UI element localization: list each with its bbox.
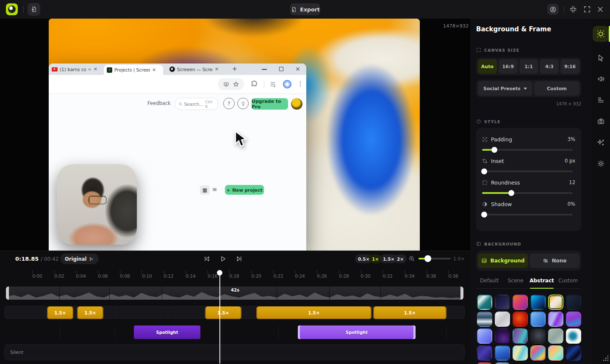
shadow-slider[interactable]	[482, 214, 573, 215]
speed-segment[interactable]: 1.5×	[373, 306, 446, 319]
slider-thumb[interactable]	[491, 147, 497, 153]
playhead[interactable]	[217, 270, 223, 364]
slider-thumb[interactable]	[424, 255, 431, 262]
export-button[interactable]: Export	[290, 3, 320, 15]
inset-slider[interactable]	[482, 171, 573, 172]
speed-segment[interactable]: 1.5×	[77, 306, 103, 319]
timeline-zoom-slider[interactable]	[419, 258, 451, 259]
window-maximize-icon	[279, 67, 283, 71]
background-on-button[interactable]: Background	[478, 254, 528, 268]
fullscreen-button[interactable]	[583, 6, 591, 15]
top-bar: Export	[0, 0, 610, 19]
video-preview[interactable]: (1) barns courtr ✕ ⚡ Projects | Screeen …	[49, 19, 420, 251]
tool-cursor[interactable]	[593, 50, 609, 66]
tool-effects[interactable]	[593, 134, 609, 150]
ruler-tick: 0:00	[32, 273, 42, 279]
background-thumbnail[interactable]	[477, 295, 492, 310]
extensions-icon	[251, 80, 258, 88]
background-none-button[interactable]: None	[530, 254, 580, 268]
slider-thumb[interactable]	[508, 190, 514, 196]
collapse-button[interactable]	[569, 6, 577, 15]
background-thumbnail[interactable]	[530, 328, 546, 344]
background-thumbnail[interactable]	[495, 328, 510, 344]
style-icon	[476, 119, 481, 124]
previous-frame-button[interactable]	[203, 255, 211, 262]
aspect-auto-button[interactable]: Auto	[478, 59, 497, 74]
original-cut-button[interactable]: Original	[60, 254, 99, 264]
background-thumbnail[interactable]	[530, 345, 546, 361]
background-thumbnail[interactable]	[566, 328, 581, 344]
webcam-overlay[interactable]	[57, 164, 137, 245]
close-icon	[596, 6, 604, 13]
speed-segments-track[interactable]: 1.5× 1.5× 1.5× 1.5× 1.5×	[4, 306, 465, 319]
page-search-box: Search... Ctrl K	[175, 98, 219, 110]
tool-camera[interactable]	[593, 113, 609, 129]
window-resize-grip[interactable]	[602, 356, 608, 362]
grid-icon: ▦	[202, 187, 207, 193]
slider-thumb[interactable]	[481, 212, 487, 218]
timeline-ruler[interactable]: 0:00 0:02 0:04 0:06 0:08 0:10 0:12 0:14 …	[0, 270, 470, 281]
search-shortcut: Ctrl K	[205, 99, 215, 109]
tool-audio[interactable]	[593, 71, 609, 87]
speed-2x-button[interactable]: 2×	[394, 254, 407, 263]
clip-trim-handle-right[interactable]	[460, 287, 463, 300]
tab-scene[interactable]: Scene	[502, 278, 529, 288]
screen-studio-favicon: ⚡	[107, 67, 112, 73]
background-thumbnail[interactable]	[513, 312, 528, 327]
background-thumbnail[interactable]	[548, 312, 563, 327]
tab-default[interactable]: Default	[476, 278, 502, 288]
speed-segment[interactable]: 1.5×	[47, 306, 73, 319]
roundness-slider[interactable]	[482, 192, 573, 194]
custom-size-button[interactable]: Custom	[534, 81, 580, 96]
open-project-button[interactable]	[28, 3, 40, 16]
browser-toolbar	[49, 75, 306, 94]
background-thumbnail[interactable]	[477, 328, 492, 344]
background-thumbnail-selected[interactable]	[548, 295, 563, 310]
aspect-16-9-button[interactable]: 16:9	[499, 59, 518, 74]
padding-slider[interactable]	[482, 149, 573, 151]
background-thumbnail[interactable]	[477, 362, 492, 364]
play-button[interactable]	[219, 255, 227, 262]
background-thumbnail[interactable]	[566, 312, 581, 327]
speed-segment[interactable]: 1.5×	[205, 306, 241, 319]
aspect-9-16-button[interactable]: 9:16	[560, 59, 580, 74]
tool-background-frame[interactable]	[593, 26, 609, 42]
background-thumbnail[interactable]	[495, 345, 510, 361]
background-thumbnail[interactable]	[513, 328, 528, 344]
account-button[interactable]	[547, 4, 559, 15]
close-window-button[interactable]	[596, 6, 604, 15]
app-window: Export	[0, 0, 610, 364]
background-thumbnail[interactable]	[495, 312, 510, 327]
tab-custom[interactable]: Custom	[555, 278, 581, 288]
background-thumbnail[interactable]	[513, 345, 528, 361]
social-presets-dropdown[interactable]: Social Presets	[478, 81, 532, 96]
background-thumbnail[interactable]	[495, 362, 510, 364]
aspect-4-3-button[interactable]: 4:3	[540, 59, 559, 74]
background-thumbnail[interactable]	[477, 312, 492, 327]
clip-trim-handle-left[interactable]	[6, 287, 9, 300]
background-thumbnail[interactable]	[477, 345, 492, 361]
tool-layout[interactable]	[593, 92, 609, 108]
aspect-1-1-button[interactable]: 1:1	[519, 59, 538, 74]
background-thumbnail[interactable]	[495, 295, 510, 310]
background-thumbnail[interactable]	[548, 328, 563, 344]
background-thumbnail[interactable]	[566, 295, 581, 310]
background-thumbnail[interactable]	[513, 295, 528, 310]
zoom-in-icon[interactable]	[408, 255, 415, 262]
background-thumbnail[interactable]	[566, 345, 581, 361]
background-thumbnail[interactable]	[530, 295, 546, 310]
current-dimensions: 1478 × 932	[476, 102, 581, 106]
spotlight-segment-selected[interactable]: Spotlight	[298, 325, 416, 339]
background-thumbnail[interactable]	[530, 312, 546, 327]
app-logo-icon[interactable]	[6, 3, 18, 15]
tool-settings[interactable]	[593, 155, 609, 171]
spotlight-track[interactable]: Spotlight Spotlight	[4, 325, 465, 339]
slider-thumb[interactable]	[481, 168, 487, 174]
speed-segment[interactable]: 1.5×	[256, 306, 372, 319]
spotlight-segment[interactable]: Spotlight	[134, 325, 200, 339]
background-thumbnail[interactable]	[548, 345, 563, 361]
tab-abstract[interactable]: Abstract	[529, 278, 555, 288]
next-frame-button[interactable]	[236, 255, 243, 262]
silent-track[interactable]: Silent	[4, 344, 465, 360]
ruler-tick: 0:26	[317, 273, 327, 279]
